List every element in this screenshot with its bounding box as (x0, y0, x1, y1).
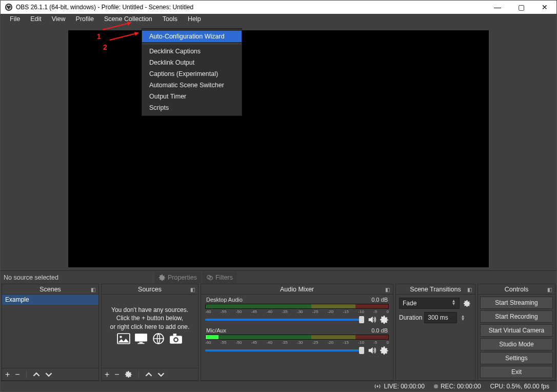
gear-icon[interactable] (380, 315, 389, 324)
menu-item-output-timer[interactable]: Output Timer (142, 91, 242, 102)
preview-area (1, 24, 556, 270)
meter-ticks: -60-55-50-45-40-35-30-25-20-15-10-50 (205, 309, 389, 314)
mixer-header: Audio Mixer ◧ (201, 284, 393, 295)
volume-slider[interactable] (205, 319, 364, 321)
transition-settings-button[interactable] (462, 298, 472, 308)
popout-icon[interactable]: ◧ (89, 286, 96, 293)
audio-mixer-panel: Audio Mixer ◧ Desktop Audio 0.0 dB -60-5… (201, 284, 393, 381)
popout-icon[interactable]: ◧ (384, 286, 391, 293)
scenes-header: Scenes ◧ (2, 284, 98, 295)
menu-help[interactable]: Help (183, 14, 206, 24)
menu-edit[interactable]: Edit (25, 14, 47, 24)
preview-canvas[interactable] (68, 30, 489, 267)
svg-point-2 (8, 5, 10, 6)
track-db: 0.0 dB (371, 297, 388, 303)
filters-button[interactable]: Filters (202, 272, 237, 283)
window-controls: — ▢ ✕ (486, 1, 556, 14)
mixer-track-desktop: Desktop Audio 0.0 dB -60-55-50-45-40-35-… (205, 297, 389, 324)
display-icon (134, 333, 148, 344)
properties-button[interactable]: Properties (154, 272, 201, 283)
move-down-icon[interactable] (157, 371, 165, 378)
status-rec: REC: 00:00:00 (434, 383, 481, 390)
start-streaming-button[interactable]: Start Streaming (480, 297, 553, 309)
gear-icon[interactable] (380, 346, 389, 355)
gear-icon[interactable] (125, 370, 132, 378)
svg-point-8 (120, 336, 122, 338)
menu-tools[interactable]: Tools (157, 14, 183, 24)
sources-footer: + − (102, 368, 198, 380)
mixer-body: Desktop Audio 0.0 dB -60-55-50-45-40-35-… (201, 295, 393, 380)
move-down-icon[interactable] (45, 371, 52, 378)
broadcast-icon (374, 383, 381, 390)
speaker-icon[interactable] (367, 346, 376, 355)
app-window: OBS 26.1.1 (64-bit, windows) - Profile: … (0, 0, 557, 392)
popout-icon[interactable]: ◧ (466, 286, 473, 293)
add-source-button[interactable]: + (105, 370, 109, 379)
docks: Scenes ◧ Example + − Sources ◧ You (1, 284, 556, 381)
status-live: LIVE: 00:00:00 (374, 383, 424, 390)
scene-item[interactable]: Example (2, 295, 98, 305)
svg-point-3 (7, 7, 8, 9)
duration-input[interactable]: 300 ms (424, 312, 457, 323)
menu-file[interactable]: File (5, 14, 25, 24)
scenes-panel: Scenes ◧ Example + − (2, 284, 99, 381)
menu-scene-collection[interactable]: Scene Collection (99, 14, 157, 24)
statusbar: LIVE: 00:00:00 REC: 00:00:00 CPU: 0.5%, … (1, 381, 556, 391)
move-up-icon[interactable] (145, 371, 152, 378)
menu-profile[interactable]: Profile (71, 14, 99, 24)
sources-panel: Sources ◧ You don't have any sources. Cl… (101, 284, 198, 381)
menu-item-decklink-captions[interactable]: Decklink Captions (142, 46, 242, 57)
svg-rect-14 (173, 334, 177, 336)
volume-slider[interactable] (205, 349, 364, 351)
maximize-button[interactable]: ▢ (509, 1, 533, 14)
add-scene-button[interactable]: + (5, 370, 10, 379)
menu-item-decklink-output[interactable]: Decklink Output (142, 57, 242, 68)
status-cpu: CPU: 0.5%, 60.00 fps (490, 383, 549, 390)
controls-body: Start Streaming Start Recording Start Vi… (478, 295, 555, 380)
duration-label: Duration (399, 314, 422, 321)
gear-icon (463, 300, 471, 307)
sources-help: You don't have any sources. Click the + … (102, 295, 198, 347)
remove-scene-button[interactable]: − (15, 370, 19, 379)
controls-header: Controls ◧ (478, 284, 555, 295)
minimize-button[interactable]: — (486, 1, 509, 14)
vu-meter (205, 335, 389, 340)
scenes-footer: + − (2, 368, 98, 380)
exit-button[interactable]: Exit (480, 366, 553, 378)
track-db: 0.0 dB (371, 327, 388, 334)
controls-panel: Controls ◧ Start Streaming Start Recordi… (478, 284, 555, 381)
transition-select[interactable]: Fade ▴▾ (399, 298, 460, 309)
vu-meter (205, 304, 389, 309)
menu-divider (142, 44, 242, 44)
popout-icon[interactable]: ◧ (546, 286, 553, 293)
source-toolbar: No source selected Properties Filters (1, 270, 556, 284)
app-icon (5, 3, 13, 11)
menu-item-automatic-scene-switcher[interactable]: Automatic Scene Switcher (142, 80, 242, 91)
start-virtual-camera-button[interactable]: Start Virtual Camera (480, 324, 553, 337)
close-button[interactable]: ✕ (533, 1, 556, 14)
studio-mode-button[interactable]: Studio Mode (480, 338, 553, 350)
titlebar: OBS 26.1.1 (64-bit, windows) - Profile: … (1, 1, 556, 14)
filters-icon (206, 274, 213, 281)
tools-menu-dropdown: Auto-Configuration Wizard Decklink Capti… (142, 28, 242, 116)
camera-icon (169, 333, 183, 344)
remove-source-button[interactable]: − (114, 370, 119, 379)
spinner-arrows[interactable]: ▴▾ (459, 315, 466, 321)
sources-list[interactable]: You don't have any sources. Click the + … (102, 295, 198, 368)
transitions-header: Scene Transitions ◧ (396, 284, 475, 295)
sources-header: Sources ◧ (102, 284, 198, 295)
move-up-icon[interactable] (33, 371, 40, 378)
speaker-icon[interactable] (367, 315, 376, 324)
scenes-list[interactable]: Example (2, 295, 98, 368)
menu-item-scripts[interactable]: Scripts (142, 102, 242, 113)
image-icon (117, 333, 130, 344)
popout-icon[interactable]: ◧ (189, 286, 196, 293)
menu-item-captions-experimental[interactable]: Captions (Experimental) (142, 68, 242, 80)
start-recording-button[interactable]: Start Recording (480, 310, 553, 323)
track-name: Desktop Audio (206, 297, 243, 303)
settings-button[interactable]: Settings (480, 352, 553, 364)
menu-view[interactable]: View (47, 14, 71, 24)
annotation-number-1: 1 (97, 32, 101, 41)
menu-item-auto-config[interactable]: Auto-Configuration Wizard (142, 31, 242, 42)
transitions-body: Fade ▴▾ Duration 300 ms ▴▾ (396, 295, 475, 326)
